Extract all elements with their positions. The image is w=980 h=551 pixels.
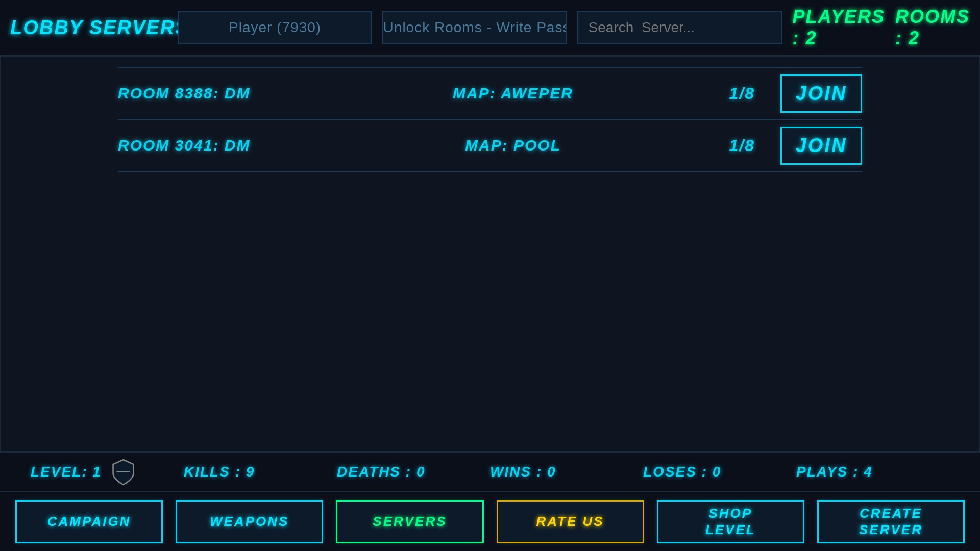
search-input[interactable] — [577, 11, 782, 44]
room-name-8388: ROOM 8388: DM — [118, 85, 322, 102]
room-name-3041: ROOM 3041: DM — [118, 137, 322, 154]
servers-button[interactable]: SERVERS — [336, 500, 483, 543]
shop-level-button[interactable]: SHOP LEVEL — [657, 500, 804, 543]
header: LOBBY SERVERS: PLAYERS : 2 ROOMS : 2 — [0, 0, 980, 56]
room-map-3041: MAP: POOL — [332, 137, 694, 154]
table-row: ROOM 8388: DM MAP: AWEPER 1/8 JOIN — [16, 68, 964, 119]
stat-level: LEVEL: 1 — [31, 458, 184, 486]
stat-wins: WINS : 0 — [490, 464, 643, 480]
rooms-count: ROOMS : 2 — [895, 6, 970, 49]
deaths-label: DEATHS : 0 — [337, 464, 426, 480]
create-server-button[interactable]: CREATE SERVER — [817, 500, 965, 543]
plays-label: PLAYS : 4 — [796, 464, 873, 480]
rate-us-button[interactable]: RATE US — [497, 500, 644, 543]
server-list: ROOM 8388: DM MAP: AWEPER 1/8 JOIN ROOM … — [0, 56, 980, 452]
level-label: LEVEL: 1 — [31, 464, 102, 480]
shield-icon — [109, 458, 137, 486]
table-row: ROOM 3041: DM MAP: POOL 1/8 JOIN — [16, 120, 964, 171]
campaign-button[interactable]: CAMPAIGN — [15, 500, 163, 543]
stat-plays: PLAYS : 4 — [796, 464, 949, 480]
room-slots-3041: 1/8 — [704, 136, 755, 155]
wins-label: WINS : 0 — [490, 464, 556, 480]
stat-kills: KILLS : 9 — [184, 464, 337, 480]
player-input[interactable] — [178, 11, 372, 44]
room-divider-bot — [118, 171, 862, 172]
password-input[interactable] — [382, 11, 567, 44]
lobby-title: LOBBY SERVERS: — [10, 17, 197, 38]
loses-label: LOSES : 0 — [643, 464, 721, 480]
players-count: PLAYERS : 2 — [793, 6, 885, 49]
stats-bar: LEVEL: 1 KILLS : 9 DEATHS : 0 WINS : 0 L… — [0, 452, 980, 492]
bottom-navigation: CAMPAIGN WEAPONS SERVERS RATE US SHOP LE… — [0, 492, 980, 551]
room-list-container: ROOM 8388: DM MAP: AWEPER 1/8 JOIN ROOM … — [1, 57, 979, 182]
join-button-8388[interactable]: JOIN — [780, 74, 862, 113]
room-slots-8388: 1/8 — [704, 84, 755, 103]
join-button-3041[interactable]: JOIN — [780, 127, 862, 165]
stat-loses: LOSES : 0 — [643, 464, 796, 480]
kills-label: KILLS : 9 — [184, 464, 255, 480]
room-map-8388: MAP: AWEPER — [332, 85, 694, 102]
weapons-button[interactable]: WEAPONS — [176, 500, 323, 543]
stat-deaths: DEATHS : 0 — [337, 464, 490, 480]
